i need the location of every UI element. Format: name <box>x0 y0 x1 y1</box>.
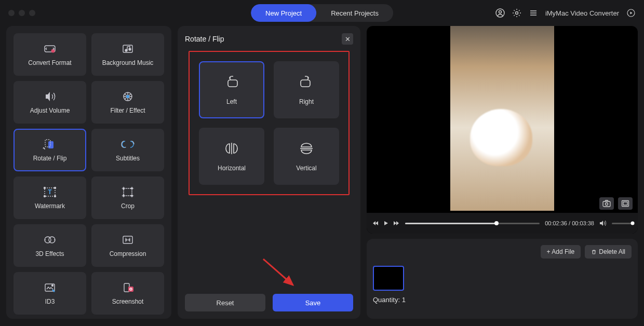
rotate-option-label: Horizontal <box>218 165 246 172</box>
rotate-left-icon <box>221 74 242 90</box>
svg-point-1 <box>499 11 501 13</box>
tool-bgmusic[interactable]: Background Music <box>91 33 164 76</box>
titlebar: New Project Recent Projects iMyMac Video… <box>0 0 644 26</box>
queue-thumbnail[interactable] <box>373 266 404 291</box>
tool-volume[interactable]: Adjust Volume <box>14 81 86 124</box>
svg-rect-11 <box>48 141 53 148</box>
tool-label: 3D Effects <box>35 250 64 257</box>
rotate-option-flip-h[interactable]: Horizontal <box>199 128 264 185</box>
tool-filter[interactable]: Filter / Effect <box>91 81 164 124</box>
user-icon[interactable] <box>495 8 505 18</box>
svg-rect-33 <box>301 80 310 87</box>
volume-slider[interactable] <box>612 223 633 224</box>
tool-compress[interactable]: Compression <box>91 224 164 267</box>
svg-point-23 <box>131 195 133 197</box>
svg-rect-19 <box>124 188 132 196</box>
close-icon[interactable]: ✕ <box>342 33 353 45</box>
annotation-arrow <box>261 256 302 293</box>
svg-point-18 <box>55 196 56 197</box>
svg-point-15 <box>44 187 46 189</box>
tab-recent-projects[interactable]: Recent Projects <box>316 4 393 22</box>
tool-label: Watermark <box>35 202 65 210</box>
svg-point-38 <box>606 203 608 206</box>
player-controls: 00:02:36 / 00:03:38 <box>367 213 638 234</box>
rotate-options-highlight: LeftRightHorizontalVertical <box>189 51 350 195</box>
tool-id3[interactable]: ID3 <box>14 272 86 315</box>
svg-rect-37 <box>603 201 610 207</box>
rotate-panel: Rotate / Flip ✕ LeftRightHorizontalVerti… <box>178 26 360 319</box>
svg-point-17 <box>44 196 46 197</box>
rotate-option-rotate-left[interactable]: Left <box>199 61 264 118</box>
tool-label: Convert Format <box>28 59 71 66</box>
file-queue: + Add File Delete All Quantity: 1 <box>367 239 638 319</box>
menu-icon[interactable] <box>529 8 538 18</box>
capture-icon[interactable] <box>599 197 614 210</box>
fullscreen-icon[interactable] <box>618 197 633 210</box>
tool-label: Screenshot <box>112 298 144 305</box>
tools-sidebar: Convert FormatBackground MusicAdjust Vol… <box>6 26 171 319</box>
titlebar-right: iMyMac Video Converter <box>495 8 636 18</box>
tool-crop[interactable]: Crop <box>91 176 164 219</box>
watermark-icon: T <box>42 186 58 198</box>
volume-icon <box>42 90 58 103</box>
reset-button[interactable]: Reset <box>185 294 265 311</box>
save-button[interactable]: Save <box>273 294 353 311</box>
tab-new-project[interactable]: New Project <box>251 4 316 22</box>
add-file-button[interactable]: + Add File <box>541 245 581 259</box>
svg-rect-40 <box>623 202 627 205</box>
rotate-right-icon <box>296 74 317 90</box>
tool-screenshot[interactable]: Screenshot <box>91 272 164 315</box>
tool-label: Background Music <box>102 59 154 66</box>
svg-rect-32 <box>228 80 237 87</box>
play-badge-icon <box>626 8 636 18</box>
compress-icon <box>120 234 136 246</box>
tool-label: Filter / Effect <box>110 107 145 114</box>
seek-bar[interactable] <box>405 223 540 224</box>
tool-subtitles[interactable]: Subtitles <box>91 129 164 171</box>
flip-h-icon <box>221 141 242 156</box>
tool-label: Crop <box>121 202 135 210</box>
panel-title: Rotate / Flip <box>185 35 224 43</box>
rotate-icon <box>42 138 58 151</box>
video-preview: 00:02:36 / 00:03:38 <box>367 26 638 234</box>
rotate-option-rotate-right[interactable]: Right <box>274 61 339 118</box>
3d-icon <box>42 234 58 246</box>
svg-rect-30 <box>128 287 133 292</box>
svg-point-2 <box>515 12 518 15</box>
svg-line-36 <box>263 259 293 285</box>
tool-watermark[interactable]: TWatermark <box>14 176 86 219</box>
convert-icon <box>42 43 58 55</box>
app-title: iMyMac Video Converter <box>545 9 619 17</box>
svg-point-20 <box>123 188 125 189</box>
gear-icon[interactable] <box>512 8 521 18</box>
filter-icon <box>120 90 136 103</box>
tool-label: ID3 <box>45 298 55 305</box>
project-tabs: New Project Recent Projects <box>251 4 393 22</box>
rotate-option-label: Left <box>226 98 237 105</box>
rotate-option-label: Right <box>299 98 314 105</box>
tool-label: Subtitles <box>116 155 140 162</box>
flip-v-icon <box>296 141 317 156</box>
tool-convert[interactable]: Convert Format <box>14 33 86 76</box>
rotate-option-label: Vertical <box>296 165 316 172</box>
crop-icon <box>120 186 136 198</box>
play-icon[interactable] <box>382 220 390 227</box>
rotate-option-flip-v[interactable]: Vertical <box>274 128 339 185</box>
delete-all-button[interactable]: Delete All <box>585 245 632 259</box>
tool-rotate[interactable]: Rotate / Flip <box>14 129 86 171</box>
svg-point-8 <box>129 48 131 50</box>
next-icon[interactable] <box>393 220 400 227</box>
prev-icon[interactable] <box>372 220 379 227</box>
subtitles-icon <box>120 138 136 151</box>
id3-icon <box>42 281 58 294</box>
window-controls[interactable] <box>8 10 35 16</box>
svg-text:T: T <box>48 188 52 196</box>
tool-label: Adjust Volume <box>30 107 70 114</box>
tool-3d[interactable]: 3D Effects <box>14 224 86 267</box>
tool-label: Rotate / Flip <box>33 155 67 162</box>
volume-icon[interactable] <box>599 220 607 227</box>
svg-point-28 <box>52 285 53 287</box>
quantity-label: Quantity: 1 <box>373 296 632 304</box>
video-content <box>450 26 554 211</box>
svg-point-22 <box>123 195 125 197</box>
